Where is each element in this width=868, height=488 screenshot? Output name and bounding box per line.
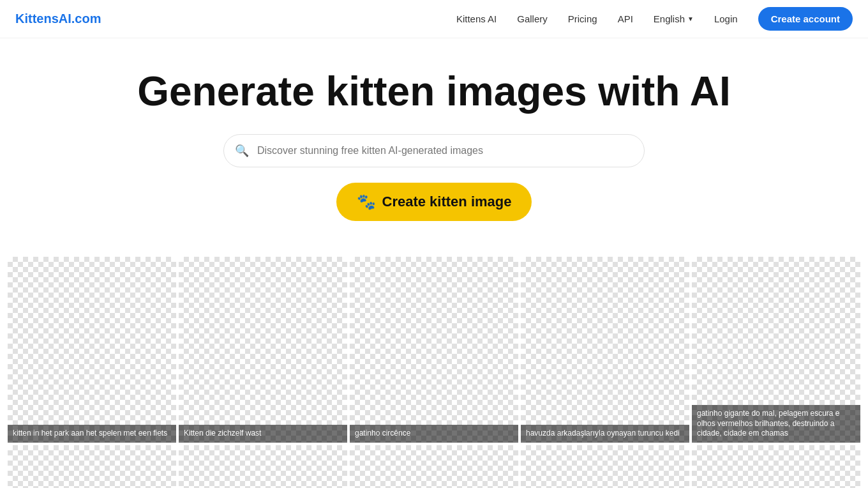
gallery-caption: havuzda arkadaşlarıyla oynayan turuncu k… <box>521 425 689 443</box>
search-container: 🔍 <box>223 134 645 167</box>
gallery-caption: gatinho circênce <box>350 425 518 443</box>
search-icon: 🔍 <box>235 144 249 158</box>
login-button[interactable]: Login <box>714 13 738 24</box>
gallery-caption: Kitten die zichzelf wast <box>179 425 347 443</box>
nav-gallery[interactable]: Gallery <box>517 13 548 24</box>
chevron-down-icon: ▼ <box>687 15 694 22</box>
hero-section: Generate kitten images with AI 🔍 🐾 Creat… <box>0 38 868 241</box>
gallery-item[interactable]: kitten in het park aan het spelen met ee… <box>8 257 176 442</box>
language-selector[interactable]: English ▼ <box>654 13 694 24</box>
gallery-caption: gatinho gigante do mal, pelagem escura e… <box>692 405 860 443</box>
paw-icon: 🐾 <box>357 193 376 211</box>
gallery-item[interactable]: gatinho circênce <box>350 257 518 442</box>
create-button-label: Create kitten image <box>382 194 512 210</box>
search-input[interactable] <box>223 134 645 167</box>
gallery-item[interactable]: havuzda arkadaşlarıyla oynayan turuncu k… <box>521 257 689 442</box>
gallery-caption: kitten in het park aan het spelen met ee… <box>8 425 176 443</box>
gallery-item[interactable] <box>179 445 347 488</box>
gallery-item[interactable] <box>521 445 689 488</box>
gallery-item[interactable]: gatinho gigante do mal, pelagem escura e… <box>692 257 860 442</box>
gallery-item[interactable] <box>692 445 860 488</box>
nav-pricing[interactable]: Pricing <box>568 13 597 24</box>
gallery-item[interactable]: Kitten die zichzelf wast <box>179 257 347 442</box>
nav-kittens-ai[interactable]: Kittens AI <box>456 13 497 24</box>
main-nav: Kittens AI Gallery Pricing API English ▼… <box>456 7 853 31</box>
hero-title: Generate kitten images with AI <box>15 69 853 114</box>
gallery-item[interactable] <box>350 445 518 488</box>
language-label: English <box>654 13 685 24</box>
site-logo[interactable]: KittensAI.com <box>15 11 101 26</box>
gallery-item[interactable] <box>8 445 176 488</box>
image-gallery: kitten in het park aan het spelen met ee… <box>0 241 868 488</box>
nav-api[interactable]: API <box>618 13 633 24</box>
create-kitten-image-button[interactable]: 🐾 Create kitten image <box>336 183 532 221</box>
header: KittensAI.com Kittens AI Gallery Pricing… <box>0 0 868 38</box>
create-account-button[interactable]: Create account <box>758 7 853 31</box>
